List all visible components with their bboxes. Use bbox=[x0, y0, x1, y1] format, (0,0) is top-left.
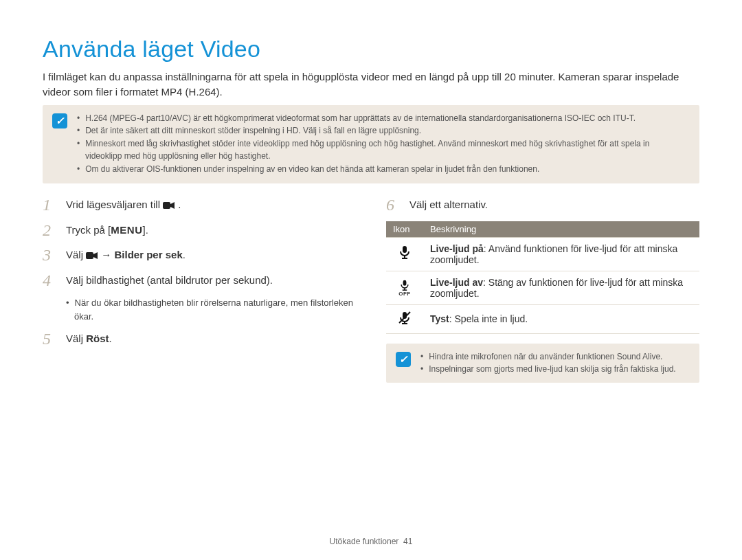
video-camera-icon bbox=[86, 251, 98, 260]
note-item: Minneskort med låg skrivhastighet stöder… bbox=[77, 137, 688, 163]
step-5: 5 Välj Röst. bbox=[43, 330, 359, 348]
step-number: 4 bbox=[43, 271, 55, 289]
left-column: 1 Vrid lägesväljaren till . 2 Tryck på [… bbox=[43, 196, 359, 395]
svg-rect-0 bbox=[163, 202, 170, 209]
table-row: Tyst: Spela inte in ljud. bbox=[386, 304, 699, 333]
step-4: 4 Välj bildhastighet (antal bildrutor pe… bbox=[43, 271, 359, 289]
table-cell-desc: Tyst: Spela inte in ljud. bbox=[423, 304, 699, 333]
options-table: Ikon Beskrivning Live-ljud på: Använd fu… bbox=[386, 221, 699, 334]
intro-paragraph: I filmläget kan du anpassa inställningar… bbox=[43, 69, 699, 100]
step-number: 1 bbox=[43, 196, 55, 214]
note-item: Om du aktiverar OIS-funktionen under ins… bbox=[77, 163, 688, 176]
note-item: Inspelningar som gjorts med live-ljud ka… bbox=[420, 363, 676, 376]
arrow: → bbox=[101, 249, 114, 260]
table-header-icon: Ikon bbox=[386, 221, 423, 238]
page-title: Använda läget Video bbox=[43, 36, 699, 63]
footer-page-number: 41 bbox=[403, 537, 412, 546]
note-box-top: ✓ H.264 (MPEG-4 part10/AVC) är ett högko… bbox=[43, 105, 699, 184]
step-6: 6 Välj ett alternativ. bbox=[386, 196, 699, 214]
right-column: 6 Välj ett alternativ. Ikon Beskrivning bbox=[386, 196, 699, 395]
note-icon: ✓ bbox=[396, 352, 411, 367]
svg-rect-5 bbox=[403, 280, 407, 286]
step-number: 3 bbox=[43, 246, 55, 264]
note-list-top: H.264 (MPEG-4 part10/AVC) är ett högkomp… bbox=[77, 112, 688, 176]
table-row: OFF Live-ljud av: Stäng av funktionen fö… bbox=[386, 271, 699, 304]
table-cell-desc: Live-ljud av: Stäng av funktionen för li… bbox=[423, 271, 699, 304]
step-3-suf: . bbox=[183, 249, 186, 260]
step-5-bold: Röst bbox=[86, 333, 109, 344]
page-footer: Utökade funktioner 41 bbox=[0, 537, 742, 546]
footer-section: Utökade funktioner bbox=[330, 537, 399, 546]
microphone-on-icon bbox=[386, 237, 423, 271]
step-number: 6 bbox=[386, 196, 398, 214]
step-3: 3 Välj → Bilder per sek. bbox=[43, 246, 359, 264]
step-6-text: Välj ett alternativ. bbox=[409, 196, 488, 213]
note-list-bottom: Hindra inte mikrofonen när du använder f… bbox=[420, 350, 676, 376]
step-1-text: Vrid lägesväljaren till . bbox=[66, 196, 181, 213]
note-icon: ✓ bbox=[52, 113, 67, 128]
note-box-bottom: ✓ Hindra inte mikrofonen när du använder… bbox=[386, 344, 699, 383]
step-3-text: Välj → Bilder per sek. bbox=[66, 246, 186, 263]
step-number: 2 bbox=[43, 221, 55, 239]
step-2-text: Tryck på [MENU]. bbox=[66, 221, 148, 238]
note-item: Det är inte säkert att ditt minneskort s… bbox=[77, 124, 688, 137]
step-4-sublist: När du ökar bildhastigheten blir rörelse… bbox=[43, 296, 359, 323]
step-4-sub-item: När du ökar bildhastigheten blir rörelse… bbox=[66, 296, 359, 323]
menu-key: MENU bbox=[111, 224, 142, 236]
step-number: 5 bbox=[43, 330, 55, 348]
step-4-text: Välj bildhastighet (antal bildrutor per … bbox=[66, 271, 273, 289]
step-2: 2 Tryck på [MENU]. bbox=[43, 221, 359, 239]
svg-rect-2 bbox=[403, 246, 407, 253]
note-item: Hindra inte mikrofonen när du använder f… bbox=[420, 350, 676, 363]
step-1-suf: . bbox=[178, 199, 181, 210]
step-1-pre: Vrid lägesväljaren till bbox=[66, 199, 163, 210]
manual-page: Använda läget Video I filmläget kan du a… bbox=[0, 0, 742, 560]
row-bold: Tyst bbox=[430, 313, 449, 324]
step-2-pre: Tryck på [ bbox=[66, 224, 111, 236]
step-5-text: Välj Röst. bbox=[66, 330, 112, 347]
microphone-off-icon: OFF bbox=[386, 271, 423, 304]
microphone-mute-icon bbox=[386, 304, 423, 333]
two-column-layout: 1 Vrid lägesväljaren till . 2 Tryck på [… bbox=[43, 196, 699, 395]
step-3-pre: Välj bbox=[66, 249, 86, 260]
svg-rect-1 bbox=[86, 252, 93, 259]
row-text: : Spela inte in ljud. bbox=[449, 313, 528, 324]
step-3-bold: Bilder per sek bbox=[115, 249, 183, 260]
table-header-desc: Beskrivning bbox=[423, 221, 699, 238]
table-cell-desc: Live-ljud på: Använd funktionen för live… bbox=[423, 237, 699, 271]
step-5-pre: Välj bbox=[66, 333, 86, 344]
row-bold: Live-ljud på bbox=[430, 243, 484, 254]
step-5-suf: . bbox=[109, 333, 112, 344]
step-2-suf: ]. bbox=[142, 224, 148, 236]
video-camera-icon bbox=[163, 201, 175, 210]
note-item: H.264 (MPEG-4 part10/AVC) är ett högkomp… bbox=[77, 112, 688, 125]
step-1: 1 Vrid lägesväljaren till . bbox=[43, 196, 359, 214]
row-bold: Live-ljud av bbox=[430, 277, 483, 288]
table-header-row: Ikon Beskrivning bbox=[386, 221, 699, 238]
table-row: Live-ljud på: Använd funktionen för live… bbox=[386, 237, 699, 271]
